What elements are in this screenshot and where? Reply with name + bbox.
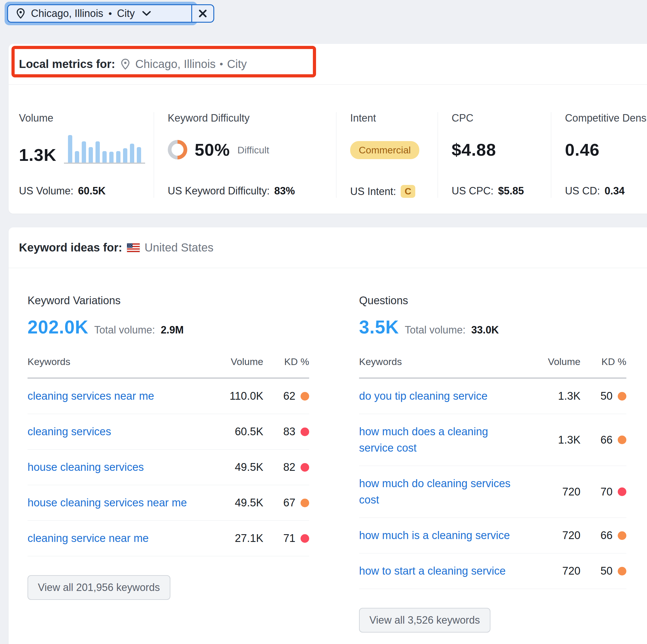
volume-label: Volume (19, 112, 145, 124)
keyword-volume: 720 (530, 518, 580, 553)
questions-section: Questions 3.5K Total volume: 33.0K Keywo… (359, 268, 626, 633)
view-all-questions-button[interactable]: View all 3,526 keywords (359, 608, 490, 633)
us-flag-icon (127, 243, 140, 252)
trend-bar (130, 144, 134, 162)
intent-label: Intent (350, 112, 429, 124)
variations-table: Keywords Volume KD % cleaning services n… (27, 356, 309, 556)
keyword-kd: 67 (263, 485, 309, 521)
keyword-link[interactable]: how to start a cleaning service (359, 565, 506, 577)
location-selector: Chicago, Illinois • City (7, 4, 214, 23)
kd-level-dot (300, 392, 309, 401)
keyword-volume: 110.0K (213, 378, 263, 414)
us-kd-label: US Keyword Difficulty: (168, 185, 270, 197)
keyword-link[interactable]: cleaning services near me (27, 390, 154, 402)
keyword-kd: 62 (263, 378, 309, 414)
column-header-kd: KD % (580, 356, 626, 378)
keyword-volume: 720 (530, 466, 580, 518)
kd-value: 83 (283, 426, 295, 438)
questions-count: 3.5K (359, 316, 399, 338)
trend-bar (75, 151, 79, 162)
keyword-row: cleaning services60.5K83 (27, 414, 309, 450)
variations-title: Keyword Variations (27, 294, 309, 307)
keyword-row: how to start a cleaning service72050 (359, 553, 626, 589)
keyword-link[interactable]: cleaning services (27, 426, 111, 438)
keyword-row: how much is a cleaning service72066 (359, 518, 626, 553)
kd-value: 67 (283, 497, 295, 509)
variations-total-value: 2.9M (161, 324, 184, 336)
metric-intent: Intent Commercial US Intent: C (337, 112, 438, 198)
metric-cpc: CPC $4.88 US CPC: $5.85 (438, 112, 551, 198)
keyword-kd: 70 (580, 466, 626, 518)
keyword-volume: 60.5K (213, 414, 263, 450)
kd-level-dot (618, 488, 626, 496)
kd-level-dot (300, 428, 309, 436)
keyword-link[interactable]: house cleaning services (27, 461, 144, 473)
kd-value: 66 (600, 529, 613, 542)
kd-value: 50 (600, 390, 613, 402)
keyword-link[interactable]: do you tip cleaning service (359, 390, 488, 402)
questions-title: Questions (359, 294, 626, 307)
keyword-row: cleaning services near me110.0K62 (27, 378, 309, 414)
us-kd-value: 83% (274, 185, 295, 197)
column-header-volume: Volume (530, 356, 580, 378)
keyword-row: how much does a cleaning service cost1.3… (359, 414, 626, 466)
kd-level-dot (618, 531, 626, 540)
location-pin-icon (15, 8, 26, 19)
location-chip-separator: • (109, 8, 112, 19)
trend-bar (68, 135, 72, 162)
keyword-link[interactable]: cleaning service near me (27, 532, 149, 544)
keyword-link[interactable]: how much do cleaning services cost (359, 478, 510, 506)
local-metrics-title: Local metrics for: (19, 58, 115, 71)
keyword-ideas-header: Keyword ideas for: United States (9, 227, 647, 268)
view-all-variations-button[interactable]: View all 201,956 keywords (27, 575, 170, 600)
local-metrics-card: Local metrics for: Chicago, Illinois • C… (9, 44, 647, 214)
trend-bar (123, 148, 127, 162)
keyword-ideas-card: Keyword ideas for: United States Keywor (9, 227, 647, 644)
keyword-kd: 83 (263, 414, 309, 450)
location-clear-button[interactable] (192, 5, 213, 22)
us-volume-label: US Volume: (19, 185, 73, 197)
kd-level-dot (300, 499, 309, 507)
local-metrics-location-type: City (227, 58, 247, 71)
cpc-label: CPC (452, 112, 542, 124)
kd-level-dot (618, 436, 626, 444)
kd-level-dot (618, 392, 626, 401)
keyword-kd: 82 (263, 450, 309, 485)
location-chip-type: City (117, 7, 135, 19)
location-chip-button[interactable]: Chicago, Illinois • City (8, 5, 192, 22)
cd-label: Competitive Density (565, 112, 647, 124)
keyword-kd: 50 (580, 378, 626, 414)
trend-bar (109, 152, 114, 162)
keyword-link[interactable]: house cleaning services near me (27, 497, 187, 509)
metric-volume: Volume 1.3K US Volume: 60.5K (9, 112, 154, 198)
local-metrics-header: Local metrics for: Chicago, Illinois • C… (9, 44, 647, 85)
intent-badge: Commercial (350, 141, 419, 159)
keyword-volume: 1.3K (530, 378, 580, 414)
kd-donut-gauge (168, 140, 187, 159)
keyword-ideas-country: United States (145, 241, 213, 254)
keyword-link[interactable]: how much is a cleaning service (359, 529, 510, 541)
keyword-link[interactable]: how much does a cleaning service cost (359, 426, 488, 454)
column-header-keywords: Keywords (27, 356, 213, 378)
us-cd-label: US CD: (565, 185, 600, 197)
kd-level-dot (300, 534, 309, 543)
location-separator: • (220, 59, 223, 70)
kd-value: 82 (283, 461, 295, 474)
kd-value: 62 (283, 390, 295, 402)
trend-bar (89, 147, 93, 162)
keyword-volume: 49.5K (213, 485, 263, 521)
kd-level-dot (618, 567, 626, 575)
keyword-kd: 66 (580, 414, 626, 466)
keyword-kd: 50 (580, 553, 626, 589)
kd-value: 50% (195, 141, 230, 158)
keyword-row: house cleaning services near me49.5K67 (27, 485, 309, 521)
keyword-kd: 71 (263, 521, 309, 556)
trend-bar (95, 141, 100, 162)
keyword-volume: 1.3K (530, 414, 580, 466)
kd-value: 50 (600, 565, 613, 577)
trend-bar (137, 147, 141, 162)
column-header-volume: Volume (213, 356, 263, 378)
metric-competitive-density: Competitive Density 0.46 US CD: 0.34 (551, 112, 647, 198)
metric-kd: Keyword Difficulty 50% Difficult US Keyw… (154, 112, 337, 198)
keyword-volume: 49.5K (213, 450, 263, 485)
